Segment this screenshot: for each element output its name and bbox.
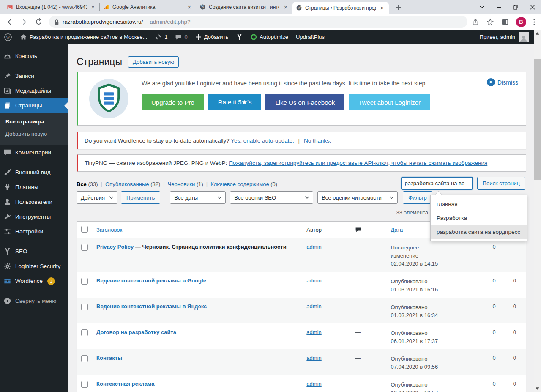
readability-filter-select[interactable]: Все оценки читаемости bbox=[317, 191, 398, 204]
browser-tab-gmail[interactable]: Входящие (1 042) - www.46943 × bbox=[3, 0, 100, 14]
tab-close-icon[interactable]: × bbox=[379, 5, 385, 11]
window-close-button[interactable] bbox=[524, 0, 541, 14]
tab-close-icon[interactable]: × bbox=[186, 4, 193, 11]
page-scrollbar[interactable] bbox=[534, 30, 541, 392]
wordfence-no-thanks-link[interactable]: No thanks. bbox=[304, 137, 331, 144]
wp-logo-menu[interactable]: W bbox=[0, 30, 16, 44]
row-checkbox[interactable] bbox=[81, 304, 88, 310]
dates-filter-select[interactable]: Все даты bbox=[170, 191, 226, 204]
sidebar-item-pages[interactable]: Страницы bbox=[0, 98, 68, 113]
window-minimize-button[interactable] bbox=[490, 0, 507, 14]
sidebar-item-settings[interactable]: Настройки bbox=[0, 224, 68, 239]
tab-search-button[interactable] bbox=[473, 0, 490, 14]
bulk-actions-select[interactable]: Действия bbox=[77, 191, 117, 204]
sidebar-item-collapse-menu[interactable]: Свернуть меню bbox=[0, 293, 68, 308]
browser-profile-avatar[interactable]: B bbox=[516, 17, 526, 27]
dismiss-notice-button[interactable]: ✕ Dismiss bbox=[487, 78, 518, 86]
wordfence-enable-autoupdate-link[interactable]: Yes, enable auto-update. bbox=[231, 137, 294, 144]
suggestion-item[interactable]: Разработка bbox=[431, 211, 527, 225]
author-link[interactable]: admin bbox=[306, 381, 321, 387]
scroll-down-arrow-icon[interactable] bbox=[534, 385, 541, 392]
wordpress-logo-icon: W bbox=[4, 33, 12, 41]
page-title-link[interactable]: Контекстная реклама bbox=[96, 381, 155, 387]
suggestion-item[interactable]: главная bbox=[431, 197, 527, 211]
page-title-link[interactable]: Контакты bbox=[96, 355, 122, 361]
sidebar-item-loginizer[interactable]: Loginizer Security bbox=[0, 259, 68, 274]
new-content-menu[interactable]: Добавить bbox=[191, 30, 232, 44]
admin-avatar[interactable] bbox=[519, 32, 529, 42]
view-all-link[interactable]: Все bbox=[77, 181, 87, 187]
sidebar-item-seo[interactable]: SEO bbox=[0, 244, 68, 259]
row-checkbox[interactable] bbox=[81, 278, 88, 285]
share-button[interactable] bbox=[472, 18, 479, 26]
comments-menu[interactable]: 0 bbox=[171, 30, 191, 44]
search-pages-input[interactable] bbox=[401, 177, 473, 190]
author-link[interactable]: admin bbox=[306, 277, 321, 284]
window-restore-button[interactable] bbox=[507, 0, 524, 14]
updraftplus-menu[interactable]: UpdraftPlus bbox=[292, 30, 328, 44]
yoast-menu[interactable] bbox=[232, 30, 247, 44]
sidebar-item-posts[interactable]: Записи bbox=[0, 69, 68, 83]
select-all-checkbox[interactable] bbox=[81, 226, 88, 233]
sidebar-item-comments[interactable]: Комментарии bbox=[0, 145, 68, 160]
address-bar[interactable]: razrabotkaiprodvigeniesaitov.ru/ admin/e… bbox=[49, 16, 467, 28]
sidebar-item-plugins[interactable]: Плагины bbox=[0, 180, 68, 195]
sidebar-item-wordfence[interactable]: Wordfence 3 bbox=[0, 274, 68, 288]
submenu-add-new[interactable]: Добавить новую bbox=[0, 128, 68, 140]
row-checkbox[interactable] bbox=[81, 244, 88, 251]
new-tab-button[interactable] bbox=[392, 1, 404, 13]
apply-button[interactable]: Применить bbox=[121, 191, 160, 204]
sidebar-item-label: Инструменты bbox=[15, 214, 51, 220]
submenu-all-pages[interactable]: Все страницы bbox=[0, 115, 68, 128]
updates-menu[interactable]: 1 bbox=[151, 30, 171, 44]
forward-button[interactable] bbox=[19, 16, 30, 27]
page-title-link[interactable]: Ведение контекстной рекламы в Google bbox=[96, 277, 206, 284]
row-checkbox[interactable] bbox=[81, 355, 88, 362]
sidebar-item-dashboard[interactable]: Консоль bbox=[0, 49, 68, 63]
page-title-link[interactable]: Privacy Policy bbox=[96, 244, 134, 250]
view-cornerstone-link[interactable]: Ключевое содержимое bbox=[210, 181, 269, 187]
sidebar-item-users[interactable]: Пользователи bbox=[0, 195, 68, 209]
browser-tab-pages-active[interactable]: W Страницы ‹ Разработка и прода × bbox=[292, 2, 389, 14]
back-button[interactable] bbox=[4, 16, 15, 27]
tab-close-icon[interactable]: × bbox=[90, 4, 96, 11]
filter-button[interactable]: Фильтр bbox=[403, 191, 432, 204]
reload-button[interactable] bbox=[33, 16, 44, 27]
view-published-link[interactable]: Опубликованные bbox=[105, 181, 149, 187]
side-panel-button[interactable] bbox=[501, 18, 509, 26]
browser-menu-button[interactable] bbox=[533, 19, 535, 25]
author-link[interactable]: admin bbox=[306, 303, 321, 310]
view-count: (32) bbox=[150, 181, 160, 187]
search-pages-button[interactable]: Поиск страниц bbox=[477, 177, 525, 190]
suggestion-item-highlighted[interactable]: разработка сайта на вордпресс bbox=[431, 225, 527, 239]
author-link[interactable]: admin bbox=[306, 244, 321, 250]
tab-close-icon[interactable]: × bbox=[282, 4, 289, 11]
author-link[interactable]: admin bbox=[306, 355, 321, 361]
sidebar-item-tools[interactable]: Инструменты bbox=[0, 209, 68, 224]
column-header-author: Автор bbox=[302, 222, 351, 238]
page-title-link[interactable]: Ведение контекстной рекламы в Яндекс bbox=[96, 303, 207, 310]
loginizer-button-1[interactable]: Rate it 5★'s bbox=[208, 94, 262, 110]
autoptimize-menu[interactable]: Autoptimize bbox=[247, 30, 292, 44]
page-title-link[interactable]: Договор на разработку сайта bbox=[96, 329, 176, 335]
scroll-up-arrow-icon[interactable] bbox=[534, 30, 541, 37]
column-header-title[interactable]: Заголовок bbox=[92, 222, 302, 238]
browser-tab-analytics[interactable]: Google Аналитика × bbox=[100, 0, 196, 14]
sidebar-item-media[interactable]: Медиафайлы bbox=[0, 83, 68, 98]
howdy-greeting[interactable]: Привет, admin bbox=[479, 34, 515, 40]
row-checkbox[interactable] bbox=[81, 329, 88, 336]
row-checkbox[interactable] bbox=[81, 381, 88, 388]
author-link[interactable]: admin bbox=[306, 329, 321, 335]
loginizer-button-0[interactable]: Upgrade to Pro bbox=[142, 94, 204, 110]
loginizer-button-2[interactable]: Like Us on Facebook bbox=[265, 94, 344, 110]
scrollbar-thumb[interactable] bbox=[534, 59, 541, 180]
seo-scores-filter-select[interactable]: Все оценки SEO bbox=[230, 191, 313, 204]
view-drafts-link[interactable]: Черновики bbox=[168, 181, 195, 187]
add-new-page-button[interactable]: Добавить новую bbox=[128, 56, 179, 68]
browser-tab-site[interactable]: W Создание сайта визитки , интер × bbox=[196, 0, 292, 14]
loginizer-button-3[interactable]: Tweet about Loginizer bbox=[349, 94, 430, 110]
site-name-menu[interactable]: Разработка и продвижение сайтов в Москве… bbox=[16, 30, 151, 44]
tinypng-register-link[interactable]: Пожалуйста, зарегистрируйтесь или предос… bbox=[229, 160, 487, 166]
bookmark-button[interactable] bbox=[486, 18, 494, 26]
sidebar-item-appearance[interactable]: Внешний вид bbox=[0, 165, 68, 180]
